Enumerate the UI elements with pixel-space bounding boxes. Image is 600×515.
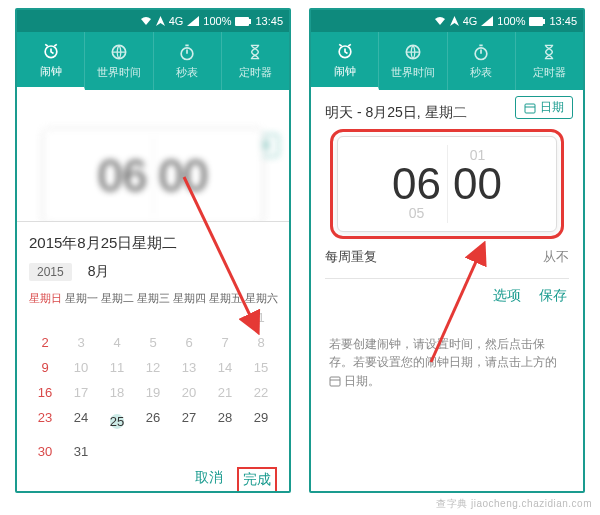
phone-left: 4G 100% 13:45 闹钟 世界时间 秒表 定时器 日期 [15, 8, 291, 493]
hour-value[interactable]: 06 [392, 162, 441, 206]
dimmed-background: 日期 06 00 [17, 128, 289, 224]
content-right: 日期 明天 - 8月25日, 星期二 06 05 01 00 每周重复 从不 选… [311, 90, 583, 491]
watermark: 查字典 jiaocheng.chazidian.com [436, 497, 592, 511]
calendar-icon [524, 102, 536, 114]
hour-bg: 06 [98, 154, 147, 198]
date-button[interactable]: 日期 [515, 96, 573, 119]
tab-timer-label: 定时器 [533, 65, 566, 80]
calendar-cell[interactable]: 30 [27, 444, 63, 459]
svg-rect-0 [235, 17, 249, 26]
globe-icon [403, 42, 423, 62]
calendar-cell[interactable]: 31 [63, 444, 99, 459]
day-of-week-header: 星期日 星期一 星期二 星期三 星期四 星期五 星期六 [27, 287, 279, 310]
hour-ghost-next: 05 [409, 206, 425, 220]
repeat-value: 从不 [543, 248, 569, 266]
location-icon [450, 16, 459, 26]
calendar-cell[interactable]: 24 [63, 410, 99, 434]
tab-timer[interactable]: 定时器 [222, 32, 289, 90]
calendar-sheet: 2015年8月25日星期二 2015 8月 星期日 星期一 星期二 星期三 星期… [17, 221, 289, 491]
tab-timer[interactable]: 定时器 [516, 32, 583, 90]
tab-stopwatch[interactable]: 秒表 [448, 32, 516, 90]
tab-alarm-label: 闹钟 [334, 64, 356, 79]
hint-text: 若要创建闹钟，请设置时间，然后点击保存。若要设置您的闹钟日期，请点击上方的 日期… [311, 305, 583, 390]
minute-value[interactable]: 00 [453, 162, 502, 206]
signal-icon [187, 16, 199, 26]
calendar-cell[interactable]: 28 [207, 410, 243, 434]
svg-rect-6 [529, 17, 543, 26]
repeat-row[interactable]: 每周重复 从不 [311, 232, 583, 266]
action-row: 选项 保存 [311, 279, 583, 305]
stopwatch-icon [471, 42, 491, 62]
options-button[interactable]: 选项 [493, 287, 521, 305]
svg-rect-11 [525, 104, 535, 113]
globe-icon [109, 42, 129, 62]
date-button-label: 日期 [540, 99, 564, 116]
time-picker[interactable]: 06 05 01 00 [337, 136, 557, 232]
hourglass-icon [539, 42, 559, 62]
network-label: 4G [463, 15, 478, 27]
tab-world-label: 世界时间 [97, 65, 141, 80]
svg-rect-7 [543, 19, 545, 24]
tab-timer-label: 定时器 [239, 65, 272, 80]
calendar-grid[interactable]: 1 2345678 9101112131415 16171819202122 2… [27, 310, 279, 459]
cancel-button[interactable]: 取消 [195, 469, 223, 491]
calendar-cell[interactable]: 26 [135, 410, 171, 434]
sheet-title: 2015年8月25日星期二 [27, 230, 279, 263]
tab-alarm-label: 闹钟 [40, 64, 62, 79]
tab-stopwatch[interactable]: 秒表 [154, 32, 222, 90]
network-label: 4G [169, 15, 184, 27]
tab-bar: 闹钟 世界时间 秒表 定时器 [311, 32, 583, 90]
time-picker-bg: 06 00 [43, 128, 263, 224]
location-icon [156, 16, 165, 26]
tab-world-label: 世界时间 [391, 65, 435, 80]
svg-rect-1 [249, 19, 251, 24]
done-button[interactable]: 完成 [239, 469, 275, 491]
save-button[interactable]: 保存 [539, 287, 567, 305]
status-bar: 4G 100% 13:45 [311, 10, 583, 32]
calendar-cell-selected[interactable]: 25 [99, 410, 135, 434]
tab-stopwatch-label: 秒表 [470, 65, 492, 80]
sheet-buttons: 取消 完成 [27, 459, 279, 491]
month-label[interactable]: 8月 [88, 263, 110, 281]
tab-world[interactable]: 世界时间 [85, 32, 153, 90]
svg-rect-12 [330, 377, 340, 386]
clock-text: 13:45 [255, 15, 283, 27]
calendar-cell[interactable]: 29 [243, 410, 279, 434]
battery-icon [235, 17, 251, 26]
calendar-icon [329, 375, 341, 387]
calendar-cell[interactable]: 23 [27, 410, 63, 434]
hourglass-icon [245, 42, 265, 62]
battery-text: 100% [497, 15, 525, 27]
clock-text: 13:45 [549, 15, 577, 27]
status-bar: 4G 100% 13:45 [17, 10, 289, 32]
tab-alarm[interactable]: 闹钟 [311, 32, 379, 90]
content-left: 日期 06 00 2015年8月25日星期二 2015 8月 星期日 星期一 星… [17, 90, 289, 491]
tab-bar: 闹钟 世界时间 秒表 定时器 [17, 32, 289, 90]
battery-text: 100% [203, 15, 231, 27]
alarm-icon [41, 41, 61, 61]
phone-right: 4G 100% 13:45 闹钟 世界时间 秒表 定时器 日期 明天 - 8月2… [309, 8, 585, 493]
minute-bg: 00 [159, 154, 208, 198]
tab-stopwatch-label: 秒表 [176, 65, 198, 80]
calendar-cell[interactable]: 27 [171, 410, 207, 434]
wifi-icon [140, 16, 152, 26]
repeat-label: 每周重复 [325, 248, 377, 266]
year-month-row: 2015 8月 [27, 263, 279, 287]
tab-world[interactable]: 世界时间 [379, 32, 447, 90]
year-chip[interactable]: 2015 [29, 263, 72, 281]
signal-icon [481, 16, 493, 26]
alarm-icon [335, 41, 355, 61]
battery-icon [529, 17, 545, 26]
wifi-icon [434, 16, 446, 26]
stopwatch-icon [177, 42, 197, 62]
tab-alarm[interactable]: 闹钟 [17, 32, 85, 90]
